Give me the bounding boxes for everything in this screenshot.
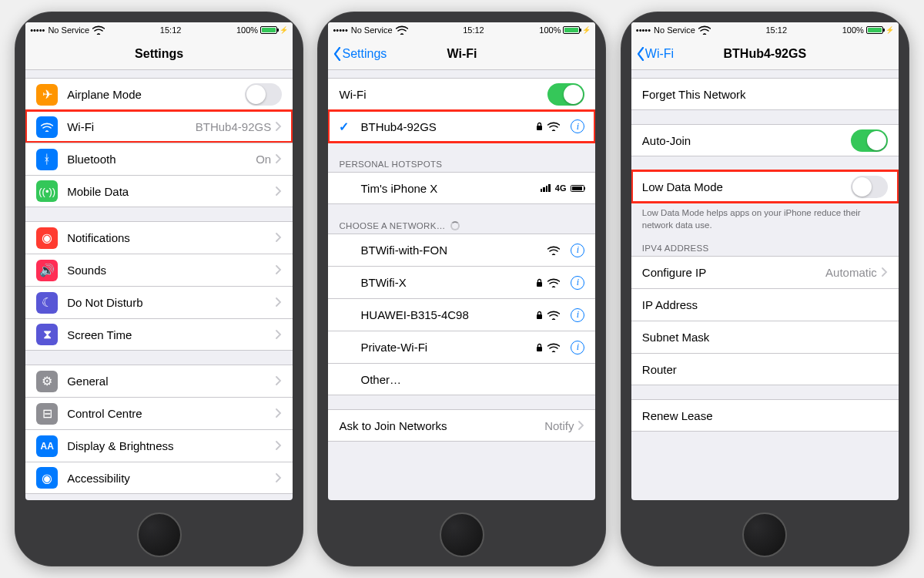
status-bar: •••••No Service 15:12 100%⚡ [25,22,293,38]
spinner-icon [450,221,460,230]
cell-general[interactable]: ⚙︎ General [25,365,293,397]
chevron-right-icon [276,328,282,341]
cell-router: Router [631,353,899,385]
page-title: BTHub4-92GS [724,47,807,61]
page-title: Wi-Fi [447,47,477,61]
cell-network[interactable]: HUAWEI-B315-4C98 i [328,298,595,331]
cell-notifications[interactable]: ◉ Notifications [25,221,293,254]
cell-auto-join[interactable]: Auto-Join [631,124,899,156]
lock-icon [536,311,543,320]
antenna-icon: ((•)) [36,180,58,202]
cell-network[interactable]: Private-Wi-Fi i [328,331,595,363]
chevron-right-icon [276,264,282,277]
cell-screen-time[interactable]: ⧗ Screen Time [25,318,293,351]
status-bar: •••••No Service 15:12 100%⚡ [328,22,595,38]
chevron-right-icon [276,407,282,420]
wifi-signal-icon [547,343,560,352]
cell-control-centre[interactable]: ⊟ Control Centre [25,397,293,429]
low-data-switch[interactable] [851,176,888,198]
notifications-icon: ◉ [36,227,58,249]
cell-other-network[interactable]: Other… [328,363,595,395]
chevron-right-icon [276,472,282,485]
cell-ask-to-join[interactable]: Ask to Join Networks Notify [328,409,595,442]
wifi-signal-icon [547,278,560,287]
info-button[interactable]: i [571,341,584,355]
status-time: 15:12 [160,25,182,35]
wifi-icon [36,116,58,138]
chevron-right-icon [276,120,282,133]
back-button[interactable]: Wi-Fi [636,38,674,69]
cell-hotspot[interactable]: Tim's iPhone X 4G [328,172,595,204]
cell-wifi-toggle[interactable]: Wi-Fi [328,78,595,110]
cell-airplane-mode[interactable]: ✈︎ Airplane Mode [25,78,293,110]
navbar: Wi-Fi BTHub4-92GS [631,38,899,70]
cell-wifi[interactable]: Wi-Fi BTHub4-92GS [25,110,293,143]
chevron-right-icon [276,375,282,388]
cell-mobile-data[interactable]: ((•)) Mobile Data [25,175,293,207]
back-button[interactable]: Settings [333,38,387,69]
cell-subnet-mask: Subnet Mask [631,321,899,353]
auto-join-switch[interactable] [851,129,888,152]
hourglass-icon: ⧗ [36,324,58,345]
section-hotspots: PERSONAL HOTSPOTS [328,156,595,172]
cell-dnd[interactable]: ☾ Do Not Disturb [25,286,293,318]
cell-renew-lease[interactable]: Renew Lease [631,399,899,432]
phone-network-detail: •••••No Service 15:12 100%⚡ Wi-Fi BTHub4… [621,12,909,566]
battery-icon [571,185,584,192]
cell-connected-network[interactable]: BTHub4-92GS i [328,110,595,143]
chevron-right-icon [276,153,282,166]
low-data-footer: Low Data Mode helps apps on your iPhone … [631,203,899,234]
chevron-right-icon [276,185,282,198]
navbar: Settings Wi-Fi [328,38,595,70]
page-title: Settings [135,47,183,61]
phone-wifi-list: •••••No Service 15:12 100%⚡ Settings Wi-… [317,12,606,566]
chevron-right-icon [276,231,282,244]
info-button[interactable]: i [571,244,584,257]
info-button[interactable]: i [571,119,584,133]
sliders-icon: ⊟ [36,403,58,425]
moon-icon: ☾ [36,292,58,314]
gear-icon: ⚙︎ [36,371,58,392]
cell-configure-ip[interactable]: Configure IP Automatic [631,256,899,288]
cell-network[interactable]: BTWifi-X i [328,266,595,298]
info-button[interactable]: i [571,308,584,322]
wifi-signal-icon [547,246,560,255]
lock-icon [536,343,543,352]
wifi-icon [92,25,105,35]
cell-display[interactable]: AA Display & Brightness [25,429,293,462]
cellular-bars-icon [541,184,551,192]
navbar: Settings [25,38,293,70]
phone-settings: •••••No Service 15:12 100%⚡ Settings ✈︎ … [15,12,303,566]
wifi-signal-icon [547,122,560,131]
cell-forget-network[interactable]: Forget This Network [631,78,899,110]
chevron-right-icon [578,419,584,432]
cell-bluetooth[interactable]: ᚼ Bluetooth On [25,143,293,175]
chevron-right-icon [276,439,282,452]
section-ipv4: IPV4 ADDRESS [631,240,899,256]
cell-ip-address: IP Address [631,288,899,321]
cell-low-data-mode[interactable]: Low Data Mode [631,170,899,203]
section-choose: CHOOSE A NETWORK… [328,218,595,234]
cell-network[interactable]: BTWifi-with-FON i [328,234,595,266]
sounds-icon: 🔊 [36,260,58,281]
bluetooth-icon: ᚼ [36,149,58,170]
chevron-right-icon [276,296,282,309]
cell-accessibility[interactable]: ◉ Accessibility [25,462,293,494]
airplane-switch[interactable] [245,83,282,106]
accessibility-icon: ◉ [36,467,58,489]
lock-icon [536,278,543,287]
status-bar: •••••No Service 15:12 100%⚡ [631,22,899,38]
chevron-right-icon [882,266,888,279]
text-size-icon: AA [36,435,58,457]
airplane-icon: ✈︎ [36,84,58,106]
info-button[interactable]: i [571,276,584,290]
wifi-switch[interactable] [547,83,584,106]
lock-icon [536,122,543,131]
cell-sounds[interactable]: 🔊 Sounds [25,254,293,286]
wifi-signal-icon [547,311,560,320]
